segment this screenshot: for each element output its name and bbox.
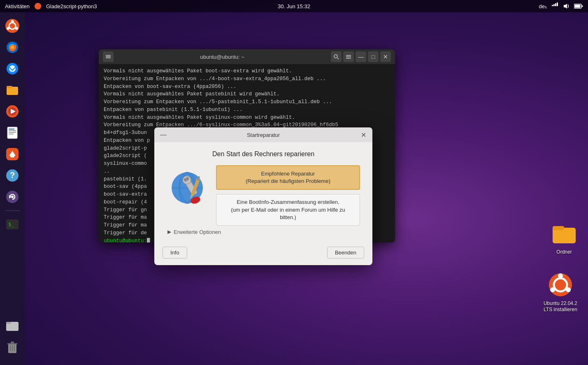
svg-rect-45: [14, 345, 15, 351]
terminal-line: Vorbereitung zum Entpacken von .../4-boo…: [104, 75, 390, 83]
svg-rect-1: [553, 4, 555, 6]
terminal-line: Entpacken von boot-sav-extra (4ppa2056) …: [104, 83, 390, 91]
dialog-recommended-repair-btn[interactable]: Empfohlene Reparatur (Repariert die häuf…: [216, 165, 360, 190]
svg-point-71: [566, 287, 571, 292]
dialog-body: Den Start des Rechners reparieren: [154, 142, 372, 243]
desktop: Aktivitäten Glade2script-python3 30. Jun…: [0, 0, 588, 365]
svg-rect-27: [9, 132, 16, 133]
svg-rect-26: [9, 130, 16, 131]
svg-rect-3: [557, 2, 558, 6]
svg-point-10: [11, 20, 14, 23]
svg-rect-46: [106, 55, 111, 56]
terminal-close-btn[interactable]: ✕: [380, 51, 391, 62]
sidebar-dock: ? $_: [0, 12, 25, 365]
sidebar-item-files2[interactable]: [3, 316, 22, 335]
terminal-maximize-btn[interactable]: □: [368, 51, 379, 62]
svg-rect-42: [11, 342, 14, 344]
dialog-repair-icon: [167, 165, 208, 206]
svg-rect-53: [346, 58, 351, 59]
bootinfo-btn-line1: Eine BootInfo-Zusammenfassung erstellen,: [223, 199, 353, 206]
terminal-prompt: ubuntu@ubuntu:: [104, 238, 147, 243]
svg-rect-6: [575, 5, 581, 8]
svg-point-17: [9, 65, 16, 72]
terminal-line: Vorbereitung zum Entpacken von .../5-pas…: [104, 98, 390, 106]
terminal-search-btn[interactable]: [331, 51, 342, 62]
svg-rect-0: [552, 5, 553, 6]
terminal-line: Vormals nicht ausgewähltes Paket boot-sa…: [104, 67, 390, 75]
sidebar-item-bootrepair[interactable]: [3, 187, 22, 206]
svg-line-50: [337, 58, 339, 59]
svg-rect-47: [106, 56, 111, 57]
terminal-line: Vormals nicht ausgewähltes Paket syslinu…: [104, 114, 390, 122]
sidebar-item-thunderbird[interactable]: [3, 59, 22, 78]
terminal-cursor: █: [147, 238, 150, 243]
terminal-titlebar: ubuntu@ubuntu: ~ — □ ✕: [99, 49, 395, 64]
svg-rect-30: [10, 156, 14, 157]
svg-rect-2: [555, 3, 556, 6]
svg-rect-51: [346, 55, 351, 56]
dock-separator: [5, 210, 20, 211]
dialog-titlebar: — Startreparatur ✕: [154, 127, 372, 142]
dialog-icon-area: Empfohlene Reparatur (Repariert die häuf…: [167, 165, 360, 226]
sidebar-item-help[interactable]: ?: [3, 166, 22, 185]
bootinfo-btn-line2: (um per E-Mail oder in einem Forum um Hi…: [223, 206, 353, 221]
svg-point-12: [15, 27, 18, 30]
sidebar-item-terminal[interactable]: $_: [3, 215, 22, 234]
sidebar-item-firefox[interactable]: [3, 38, 22, 57]
app-icon: [35, 3, 41, 9]
svg-point-35: [11, 196, 14, 198]
battery-icon[interactable]: [574, 3, 583, 9]
svg-rect-7: [582, 5, 583, 7]
svg-point-70: [550, 287, 555, 292]
svg-point-11: [7, 27, 9, 30]
svg-marker-4: [564, 4, 567, 9]
sidebar-item-libreoffice[interactable]: [3, 123, 22, 142]
svg-rect-43: [10, 345, 11, 351]
svg-rect-28: [9, 134, 14, 134]
terminal-line: Entpacken von pastebinit (1.5.1-1ubuntu1…: [104, 106, 390, 114]
sidebar-item-files[interactable]: [3, 81, 22, 99]
topbar: Aktivitäten Glade2script-python3 30. Jun…: [0, 0, 588, 12]
svg-rect-52: [346, 57, 351, 58]
dialog-beenden-btn[interactable]: Beenden: [327, 247, 364, 259]
dialog-buttons-col: Empfohlene Reparatur (Repariert die häuf…: [216, 165, 360, 226]
activities-label[interactable]: Aktivitäten: [5, 3, 30, 9]
svg-rect-25: [9, 129, 14, 129]
ordner-label: Ordner: [556, 249, 572, 256]
terminal-title: ubuntu@ubuntu: ~: [117, 54, 328, 60]
svg-rect-48: [106, 58, 111, 58]
app-name-label[interactable]: Glade2script-python3: [46, 3, 97, 9]
svg-rect-39: [6, 322, 11, 324]
network-icon[interactable]: [551, 2, 558, 10]
dialog-bootinfo-btn[interactable]: Eine BootInfo-Zusammenfassung erstellen,…: [216, 194, 360, 226]
desktop-icon-ordner[interactable]: Ordner: [548, 218, 580, 258]
sidebar-item-rhythmbox[interactable]: [3, 102, 22, 121]
terminal-line: Vormals nicht ausgewähltes Paket pastebi…: [104, 90, 390, 98]
dialog-advanced-options[interactable]: ▶ Erweiterte Optionen: [167, 229, 360, 235]
svg-point-49: [334, 55, 337, 58]
dialog-info-btn[interactable]: Info: [163, 247, 187, 259]
sidebar-item-ubuntu[interactable]: [3, 16, 22, 35]
terminal-minimize-btn[interactable]: —: [356, 51, 366, 62]
dialog-title: Startreparatur: [168, 132, 358, 138]
repair-btn-line2: (Repariert die häufigsten Probleme): [223, 178, 353, 185]
dialog-close-btn[interactable]: ✕: [358, 130, 368, 140]
sidebar-item-trash[interactable]: [3, 338, 22, 357]
advanced-label: Erweiterte Optionen: [174, 229, 221, 235]
svg-point-15: [11, 46, 14, 49]
svg-rect-44: [12, 345, 13, 351]
ubuntu-install-label: Ubuntu 22.04.2LTS installieren: [544, 300, 577, 313]
dialog-minimize-btn[interactable]: —: [158, 130, 168, 140]
terminal-menu-btn[interactable]: [103, 51, 114, 62]
datetime-label: 30. Jun 15:32: [278, 3, 310, 9]
svg-rect-19: [7, 86, 12, 88]
locale-label[interactable]: de₁: [539, 3, 547, 9]
sidebar-item-appstore[interactable]: [3, 145, 22, 164]
repair-btn-line1: Empfohlene Reparatur: [223, 170, 353, 178]
svg-rect-66: [553, 226, 564, 230]
desktop-icon-ubuntu-install[interactable]: Ubuntu 22.04.2LTS installieren: [541, 269, 580, 316]
terminal-hamburger-btn[interactable]: [343, 51, 354, 62]
volume-icon[interactable]: [562, 2, 570, 10]
svg-text:?: ?: [10, 171, 15, 180]
dock-bottom: [3, 316, 22, 357]
